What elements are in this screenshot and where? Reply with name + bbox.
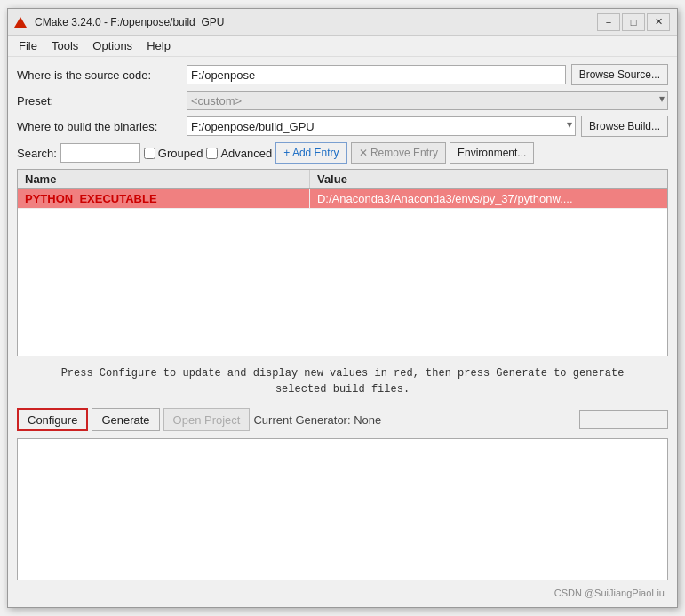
menu-help[interactable]: Help xyxy=(139,37,178,54)
minimize-btn[interactable]: − xyxy=(597,13,620,31)
menu-bar: File Tools Options Help xyxy=(8,36,677,57)
status-line1: Press Configure to update and display ne… xyxy=(17,365,668,381)
window-controls: − □ ✕ xyxy=(597,13,670,31)
bottom-bar: Configure Generate Open Project Current … xyxy=(17,406,668,433)
advanced-label: Advanced xyxy=(220,147,272,160)
menu-tools[interactable]: Tools xyxy=(44,37,85,54)
add-entry-label: + Add Entry xyxy=(283,147,339,159)
table-row[interactable]: PYTHON_EXECUTABLE D:/Anaconda3/Anaconda3… xyxy=(18,189,667,209)
grouped-checkbox[interactable] xyxy=(144,148,155,159)
build-label: Where to build the binaries: xyxy=(17,120,181,133)
browse-build-btn[interactable]: Browse Build... xyxy=(581,116,668,137)
status-text: Press Configure to update and display ne… xyxy=(17,362,668,401)
browse-source-btn[interactable]: Browse Source... xyxy=(571,64,668,85)
status-line2: selected build files. xyxy=(17,381,668,397)
advanced-checkbox-label[interactable]: Advanced xyxy=(206,147,272,160)
content-area: Where is the source code: Browse Source.… xyxy=(8,57,677,607)
main-window: CMake 3.24.0 - F:/openpose/build_GPU − □… xyxy=(7,8,678,608)
build-select[interactable]: F:/openpose/build_GPU xyxy=(187,116,576,136)
value-header: Value xyxy=(310,170,667,188)
grouped-label: Grouped xyxy=(158,147,203,160)
environment-btn[interactable]: Environment... xyxy=(450,142,534,164)
watermark: CSDN @SuiJiangPiaoLiu xyxy=(17,586,668,600)
configure-btn[interactable]: Configure xyxy=(17,408,88,431)
toolbar-row: Search: Grouped Advanced + Add Entry ✕ R… xyxy=(17,142,668,164)
maximize-btn[interactable]: □ xyxy=(622,13,645,31)
log-area[interactable] xyxy=(17,438,668,580)
preset-row: Preset: <custom> xyxy=(17,91,668,110)
source-row: Where is the source code: Browse Source.… xyxy=(17,64,668,85)
close-btn[interactable]: ✕ xyxy=(647,13,670,31)
remove-entry-label: ✕ Remove Entry xyxy=(359,147,438,159)
table-cell-name: PYTHON_EXECUTABLE xyxy=(18,189,310,208)
name-header: Name xyxy=(18,170,310,188)
preset-label: Preset: xyxy=(17,94,181,108)
preset-select[interactable]: <custom> xyxy=(187,91,668,110)
source-input[interactable] xyxy=(187,65,566,84)
title-bar: CMake 3.24.0 - F:/openpose/build_GPU − □… xyxy=(8,9,677,36)
build-select-wrapper[interactable]: F:/openpose/build_GPU xyxy=(187,116,576,136)
progress-bar xyxy=(579,410,668,429)
menu-file[interactable]: File xyxy=(12,37,44,54)
preset-select-wrapper[interactable]: <custom> xyxy=(187,91,668,110)
window-title: CMake 3.24.0 - F:/openpose/build_GPU xyxy=(35,16,597,28)
add-entry-btn[interactable]: + Add Entry xyxy=(275,142,346,164)
generator-label: Current Generator: None xyxy=(253,413,576,427)
source-label: Where is the source code: xyxy=(17,68,181,82)
app-icon xyxy=(15,15,29,29)
build-row: Where to build the binaries: F:/openpose… xyxy=(17,116,668,137)
search-input[interactable] xyxy=(60,143,140,163)
search-label: Search: xyxy=(17,147,57,160)
advanced-checkbox[interactable] xyxy=(206,148,218,159)
cmake-table: Name Value PYTHON_EXECUTABLE D:/Anaconda… xyxy=(17,169,668,356)
table-header: Name Value xyxy=(18,170,667,189)
grouped-checkbox-label[interactable]: Grouped xyxy=(144,147,203,160)
remove-entry-btn[interactable]: ✕ Remove Entry xyxy=(351,142,446,164)
table-cell-value: D:/Anaconda3/Anaconda3/envs/py_37/python… xyxy=(310,189,667,208)
open-project-btn[interactable]: Open Project xyxy=(163,408,251,431)
generate-btn[interactable]: Generate xyxy=(92,408,159,431)
menu-options[interactable]: Options xyxy=(85,37,139,54)
